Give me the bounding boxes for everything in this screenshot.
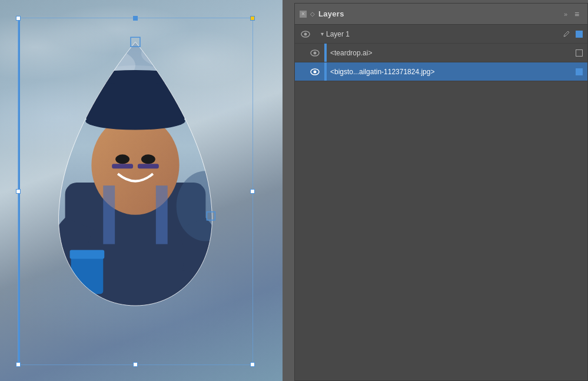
layer-row-teardrop[interactable]: <teardrop.ai> — [295, 44, 587, 62]
svg-point-9 — [115, 154, 129, 164]
svg-point-21 — [304, 32, 307, 35]
svg-point-2 — [141, 37, 223, 70]
panel-header: × ◇ Layers » ≡ — [295, 4, 587, 25]
teardrop-svg — [18, 18, 253, 365]
svg-rect-7 — [85, 77, 185, 124]
main-container: × ◇ Layers » ≡ — [0, 0, 588, 381]
svg-rect-14 — [70, 250, 105, 259]
panel-menu-button[interactable]: ≡ — [571, 8, 583, 20]
collapse-icon[interactable]: » — [564, 11, 566, 18]
layer-expand-chevron[interactable]: ▾ — [321, 31, 324, 37]
layers-wrapper: × ◇ Layers » ≡ — [294, 0, 588, 381]
layer1-color-indicator — [576, 31, 583, 38]
selected-sublayer-blue-bar — [324, 62, 327, 81]
svg-point-10 — [141, 154, 155, 164]
layer-indent-spacer — [315, 25, 317, 43]
close-button[interactable]: × — [300, 11, 307, 18]
visibility-icon-layer1[interactable] — [300, 28, 311, 40]
canvas-area — [0, 0, 283, 381]
layers-panel: × ◇ Layers » ≡ — [294, 3, 588, 381]
layer-row-photo[interactable]: <bigsto...ailgatin-112371824.jpg> — [295, 62, 587, 81]
visibility-icon-teardrop[interactable] — [309, 47, 321, 59]
layer1-name: Layer 1 — [326, 30, 562, 38]
svg-rect-11 — [112, 164, 133, 168]
layer-pen-icon[interactable] — [562, 29, 571, 39]
teardrop-color-indicator — [576, 49, 583, 57]
svg-point-23 — [314, 51, 317, 54]
document-bounding-box — [18, 18, 253, 365]
photo-layer-name: <bigsto...ailgatin-112371824.jpg> — [330, 68, 573, 76]
svg-point-17 — [177, 171, 235, 241]
svg-point-25 — [314, 70, 317, 73]
sublayer-blue-bar — [324, 44, 327, 62]
svg-rect-15 — [103, 185, 115, 244]
panel-arrow-icon: ◇ — [310, 11, 315, 17]
svg-rect-12 — [138, 164, 159, 168]
layer-row-layer1[interactable]: ▾ Layer 1 — [295, 25, 587, 44]
svg-rect-16 — [156, 185, 168, 244]
teardrop-layer-name: <teardrop.ai> — [330, 49, 573, 57]
layers-list: ▾ Layer 1 — [295, 25, 587, 380]
visibility-icon-photo[interactable] — [309, 66, 321, 78]
panel-title: Layers — [318, 9, 344, 18]
photo-color-indicator — [576, 68, 583, 75]
side-gap — [283, 0, 294, 381]
panel-header-left: × ◇ Layers — [300, 9, 344, 18]
canvas-wrapper — [0, 0, 283, 381]
svg-point-8 — [82, 70, 188, 84]
